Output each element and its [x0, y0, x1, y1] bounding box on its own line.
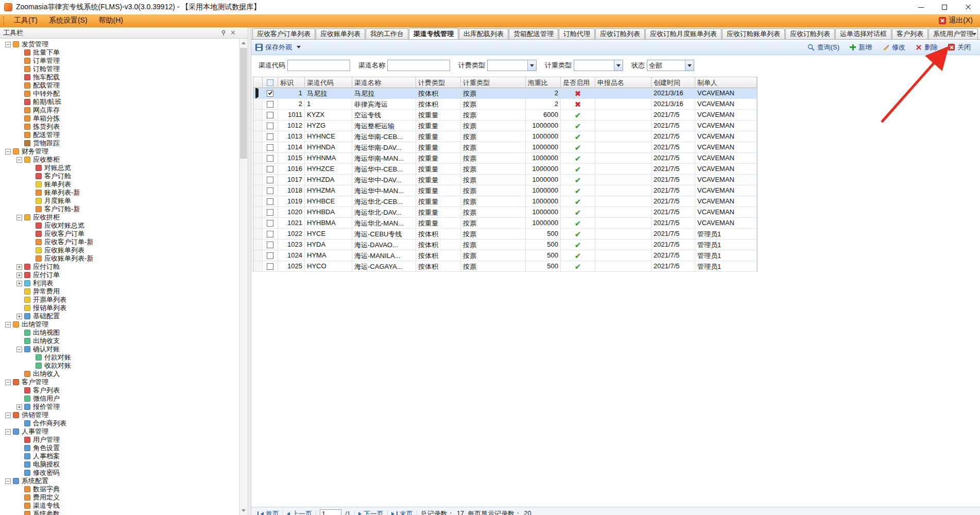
table-row[interactable]: 1023HYDA海运-DAVAO...按体积按票500✔2021/7/5管理员1	[253, 239, 757, 250]
row-checkbox[interactable]	[263, 229, 278, 239]
exit-button[interactable]: 退出(X)	[939, 16, 977, 25]
row-checkbox[interactable]	[263, 207, 278, 218]
column-header[interactable]: 计重类型	[461, 77, 526, 88]
row-checkbox[interactable]	[263, 142, 278, 153]
expand-toggle-icon[interactable]: +	[16, 404, 22, 410]
tree-item[interactable]: −应收整柜	[0, 156, 238, 164]
expand-toggle-icon[interactable]: +	[16, 272, 22, 278]
tree-item[interactable]: 配载管理	[0, 81, 238, 90]
column-header[interactable]: 申报品名	[595, 77, 651, 88]
row-checkbox[interactable]	[263, 164, 278, 175]
table-row[interactable]: 1015HYHNMA海运华南-MAN...按重量按票1000000✔2021/7…	[253, 153, 757, 164]
edit-button[interactable]: 修改	[882, 43, 905, 52]
tree-item[interactable]: 付款对账	[0, 353, 238, 362]
tree-item[interactable]: 客户订舱-新	[0, 205, 238, 213]
tree-item[interactable]: −供销管理	[0, 411, 238, 419]
tree-item[interactable]: 订舱管理	[0, 65, 238, 73]
tab-item[interactable]: 应收订舱列表	[785, 28, 835, 39]
tree-item[interactable]: 对账总览	[0, 164, 238, 172]
tab-item[interactable]: 应收客户订单列表	[252, 28, 315, 39]
tab-item[interactable]: 订舱代理	[559, 28, 595, 39]
sidebar-scrollbar[interactable]	[239, 39, 248, 515]
column-header[interactable]: 渠道代码	[305, 77, 352, 88]
tree-item[interactable]: 渠道专线	[0, 502, 238, 510]
tree-item[interactable]: −财务管理	[0, 147, 238, 156]
tree-item[interactable]: +报价管理	[0, 403, 238, 411]
scrollbar-thumb[interactable]	[240, 48, 247, 159]
tab-item[interactable]: 客户列表	[892, 28, 928, 39]
row-checkbox[interactable]	[263, 185, 278, 196]
tree-item[interactable]: 出纳收支	[0, 337, 238, 345]
column-header[interactable]: 泡重比	[526, 77, 561, 88]
tree-item[interactable]: 费用定义	[0, 493, 238, 502]
tab-item[interactable]: 运单选择对话框	[835, 28, 891, 39]
channel-code-input[interactable]	[287, 60, 350, 71]
column-header[interactable]: 渠道名称	[352, 77, 416, 88]
table-row[interactable]: 1024HYMA海运-MANILA...按体积按票500✔2021/7/5管理员…	[253, 250, 757, 261]
chevron-down-icon[interactable]	[972, 33, 976, 36]
tree-item[interactable]: 应收客户订单-新	[0, 238, 238, 246]
tree-item[interactable]: 系统参数	[0, 510, 238, 515]
tree-item[interactable]: 数据字典	[0, 485, 238, 493]
tree-item[interactable]: 应收对账总览	[0, 221, 238, 230]
tree-item[interactable]: 角色设置	[0, 444, 238, 452]
expand-toggle-icon[interactable]: +	[16, 264, 22, 270]
collapse-toggle-icon[interactable]: −	[5, 380, 11, 385]
menu-system-settings[interactable]: 系统设置(S)	[43, 15, 93, 26]
query-button[interactable]: 查询(S)	[807, 43, 839, 52]
row-checkbox[interactable]	[263, 131, 278, 142]
tree-item[interactable]: 应收账单列表-新	[0, 254, 238, 263]
scroll-down-icon[interactable]	[239, 506, 248, 515]
tree-item[interactable]: 拖车配载	[0, 73, 238, 81]
tree-item[interactable]: 单箱分拣	[0, 114, 238, 123]
tree-item[interactable]: 账单列表	[0, 180, 238, 188]
column-header[interactable]: 创建时间	[651, 77, 695, 88]
tab-item[interactable]: 应收订舱月度账单列表	[645, 28, 721, 39]
tree-item[interactable]: 客户列表	[0, 386, 238, 394]
collapse-toggle-icon[interactable]: −	[16, 347, 22, 352]
tree-item[interactable]: 合作商列表	[0, 419, 238, 427]
row-checkbox[interactable]	[263, 175, 278, 185]
table-row[interactable]: 1014HYHNDA海运华南-DAV...按重量按票1000000✔2021/7…	[253, 142, 757, 153]
column-header[interactable]: 标识	[278, 77, 305, 88]
select-all-checkbox[interactable]	[263, 77, 278, 88]
channel-name-input[interactable]	[387, 60, 450, 71]
weight-type-dropdown-icon[interactable]	[614, 60, 623, 71]
tree-item[interactable]: −出纳管理	[0, 320, 238, 329]
collapse-toggle-icon[interactable]: −	[5, 429, 11, 435]
fee-type-select[interactable]	[487, 60, 537, 71]
tree-item[interactable]: 货物跟踪	[0, 139, 238, 147]
tree-item[interactable]: −人事管理	[0, 427, 238, 436]
tree-item[interactable]: 应收账单列表	[0, 246, 238, 254]
page-number-input[interactable]	[320, 509, 341, 515]
tree-item[interactable]: 拣货列表	[0, 123, 238, 131]
expand-toggle-icon[interactable]: +	[16, 281, 22, 286]
tab-item[interactable]: 出库配载列表	[459, 28, 508, 39]
column-header[interactable]: 制单人	[695, 77, 757, 88]
status-dropdown-icon[interactable]	[685, 60, 694, 71]
table-row[interactable]: 1011KYZX空运专线按重量按票6000✔2021/7/5VCAVEMAN	[253, 110, 757, 121]
next-page-button[interactable]: 下一页	[358, 509, 384, 515]
table-row[interactable]: 1018HYHZMA海运华中-MAN...按重量按票1000000✔2021/7…	[253, 185, 757, 196]
tab-item[interactable]: 我的工作台	[366, 28, 408, 39]
tree-item[interactable]: +应付订舱	[0, 263, 238, 271]
tree-item[interactable]: −系统配置	[0, 477, 238, 485]
tree-item[interactable]: 异常费用	[0, 287, 238, 296]
column-header[interactable]: 是否启用	[561, 77, 595, 88]
tree-item[interactable]: 批量下单	[0, 48, 238, 57]
save-appearance-button[interactable]: 保存外观	[255, 43, 301, 52]
fee-type-dropdown-icon[interactable]	[527, 60, 536, 71]
tab-item[interactable]: 应收订舱账单列表	[722, 28, 785, 39]
tree-item[interactable]: 船期/航班	[0, 98, 238, 106]
delete-button[interactable]: 删除	[916, 43, 938, 52]
first-page-button[interactable]: 首页	[257, 509, 279, 515]
row-checkbox[interactable]	[263, 121, 278, 131]
add-button[interactable]: 新增	[850, 43, 872, 52]
tree-item[interactable]: 中转外配	[0, 90, 238, 98]
row-checkbox[interactable]	[263, 110, 278, 121]
expand-toggle-icon[interactable]: +	[16, 314, 22, 319]
tab-item[interactable]: 系统用户管理	[929, 28, 978, 39]
close-button[interactable]	[956, 0, 980, 14]
collapse-toggle-icon[interactable]: −	[16, 157, 22, 163]
status-select[interactable]: 全部	[647, 60, 694, 71]
